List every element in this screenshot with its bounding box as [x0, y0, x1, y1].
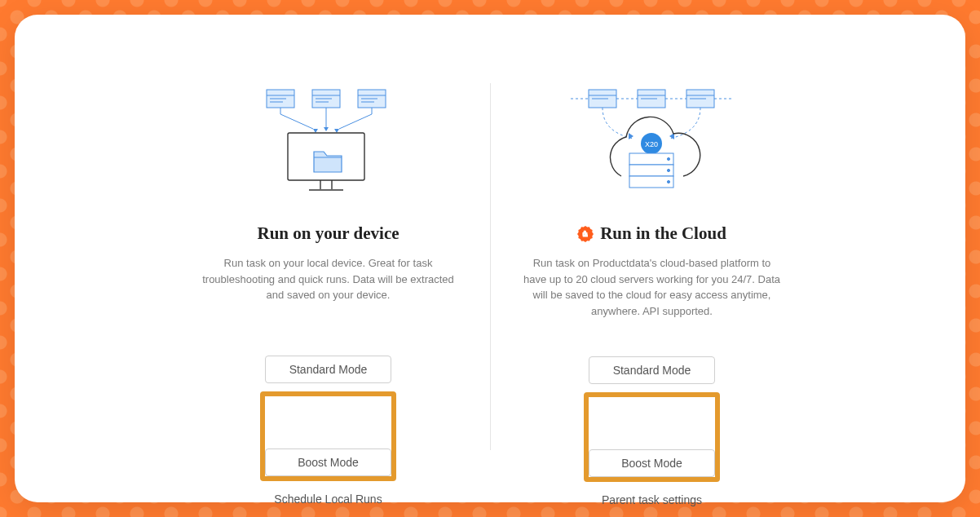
options-row: Run on your device Run task on your loca… — [167, 88, 814, 506]
svg-text:X20: X20 — [644, 140, 657, 148]
schedule-local-runs-link[interactable]: Schedule Local Runs — [182, 493, 475, 506]
main-panel: Run on your device Run task on your loca… — [15, 15, 965, 502]
svg-marker-13 — [324, 127, 329, 131]
parent-task-settings-link[interactable]: Parent task settings — [505, 493, 799, 506]
local-boost-mode-button[interactable]: Boost Mode — [265, 449, 391, 476]
run-cloud-option: X20 — [491, 88, 814, 506]
cloud-description: Run task on Productdata's cloud-based pl… — [522, 255, 783, 319]
local-description: Run task on your local device. Great for… — [198, 255, 459, 303]
svg-point-39 — [667, 157, 669, 160]
local-device-illustration — [182, 88, 475, 194]
svg-point-40 — [667, 169, 669, 171]
cloud-boost-mode-button[interactable]: Boost Mode — [589, 449, 715, 477]
cloud-title: Run in the Cloud — [600, 223, 726, 244]
svg-marker-14 — [334, 129, 339, 133]
svg-point-41 — [667, 180, 669, 183]
cloud-title-row: Run in the Cloud — [505, 223, 799, 244]
folder-icon — [314, 152, 342, 172]
local-title: Run on your device — [182, 223, 475, 244]
local-standard-mode-button[interactable]: Standard Mode — [265, 356, 391, 383]
cloud-boost-highlight: Boost Mode — [584, 392, 720, 482]
local-boost-highlight: Boost Mode — [260, 391, 396, 481]
cloud-illustration: X20 — [505, 88, 799, 194]
svg-marker-12 — [313, 129, 318, 133]
run-local-option: Run on your device Run task on your loca… — [167, 88, 490, 506]
premium-badge-icon — [577, 226, 594, 242]
cloud-standard-mode-button[interactable]: Standard Mode — [589, 356, 715, 384]
